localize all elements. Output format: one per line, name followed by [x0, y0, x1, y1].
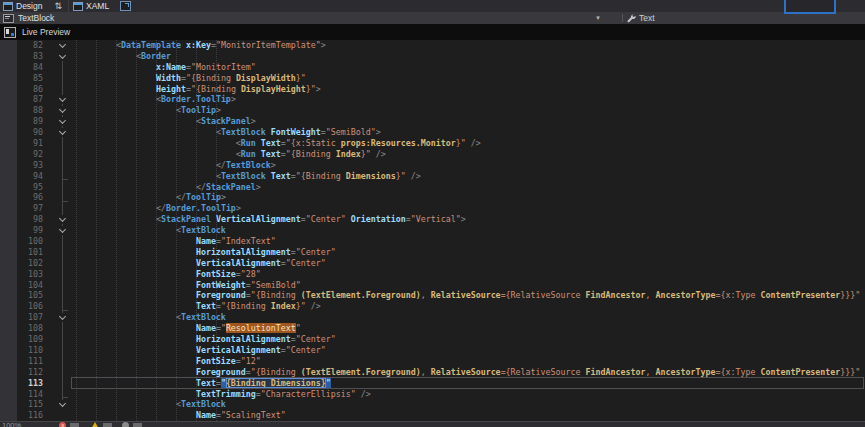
fold-column [43, 62, 76, 73]
code-editor[interactable]: 82 <DataTemplate x:Key="MonitorItemTempl… [0, 40, 865, 421]
code-line[interactable]: 109 HorizontalAlignment="Center" [0, 334, 865, 345]
code-line[interactable]: 94 <TextBlock Text="{Binding Dimensions}… [0, 171, 865, 182]
line-number: 82 [0, 40, 43, 51]
code-text: </StackPanel> [76, 182, 865, 193]
text-tool-indicator[interactable]: Text [627, 12, 655, 24]
code-line[interactable]: 83 <Border [0, 51, 865, 62]
code-line[interactable]: 107 <TextBlock [0, 312, 865, 323]
fold-column [43, 301, 76, 312]
live-preview-bar[interactable]: Live Preview [0, 24, 865, 40]
popout-icon[interactable] [120, 1, 131, 11]
message-icon[interactable] [122, 422, 129, 427]
line-number: 99 [0, 225, 43, 236]
code-line[interactable]: 100 Name="IndexText" [0, 236, 865, 247]
code-line[interactable]: 113 Text="{Binding Dimensions}" [0, 378, 865, 389]
breadcrumb-bar: TextBlock ▾ Text [0, 12, 865, 24]
code-text: VerticalAlignment="Center" [76, 258, 865, 269]
fold-region-end-tick [62, 201, 68, 202]
code-text: Width="{Binding DisplayWidth}" [76, 73, 865, 84]
code-text: <Run Text="{Binding Index}" /> [76, 149, 865, 160]
code-text: Name="ResolutionText" [76, 323, 865, 334]
fold-chevron-icon[interactable] [43, 116, 76, 127]
code-line[interactable]: 114 TextTrimming="CharacterEllipsis" /> [0, 389, 865, 400]
fold-chevron-icon[interactable] [43, 399, 76, 410]
zoom-level[interactable]: 100% [2, 422, 21, 427]
tab-design[interactable]: Design [0, 0, 48, 12]
code-line[interactable]: 89 <StackPanel> [0, 116, 865, 127]
code-line[interactable]: 111 FontSize="12" [0, 356, 865, 367]
fold-chevron-icon[interactable] [43, 225, 76, 236]
code-line[interactable]: 106 Text="{Binding Index}" /> [0, 301, 865, 312]
code-line[interactable]: 115 <TextBlock [0, 399, 865, 410]
tab-xaml[interactable]: XAML [68, 0, 135, 12]
xaml-editor-pane: Design ⇅ XAML TextBlock ▾ Text Liv [0, 0, 865, 427]
code-line[interactable]: 84 x:Name="MonitorItem" [0, 62, 865, 73]
live-preview-icon [4, 27, 16, 38]
code-line[interactable]: 95 </StackPanel> [0, 182, 865, 193]
code-line[interactable]: 112 Foreground="{Binding (TextElement.Fo… [0, 367, 865, 378]
code-line[interactable]: 90 <TextBlock FontWeight="SemiBold"> [0, 127, 865, 138]
fold-column [43, 367, 76, 378]
code-line[interactable]: 87 <Border.ToolTip> [0, 94, 865, 105]
fold-chevron-icon[interactable] [43, 312, 76, 323]
line-number: 106 [0, 301, 43, 312]
code-line[interactable]: 85 Width="{Binding DisplayWidth}" [0, 73, 865, 84]
line-number: 93 [0, 160, 43, 171]
fold-region-end-tick [62, 179, 68, 180]
code-line[interactable]: 110 VerticalAlignment="Center" [0, 345, 865, 356]
warning-icon[interactable] [91, 422, 99, 427]
fold-column [43, 280, 76, 291]
code-text: <StackPanel> [76, 116, 865, 127]
swap-panes-button[interactable]: ⇅ [48, 1, 68, 11]
code-text: </Border.ToolTip> [76, 203, 865, 214]
fold-column [43, 182, 76, 193]
textblock-element-icon [3, 14, 14, 23]
code-line[interactable]: 103 FontSize="28" [0, 269, 865, 280]
line-number: 103 [0, 269, 43, 280]
fold-column [43, 389, 76, 400]
breadcrumb-dropdown[interactable]: ▾ [591, 12, 605, 24]
line-number: 101 [0, 247, 43, 258]
fold-chevron-icon[interactable] [43, 51, 76, 62]
fold-chevron-icon[interactable] [43, 105, 76, 116]
line-number: 104 [0, 280, 43, 291]
code-line[interactable]: 116 Name="ScalingText" [0, 410, 865, 421]
code-line[interactable]: 99 <TextBlock [0, 225, 865, 236]
code-line[interactable]: 97 </Border.ToolTip> [0, 203, 865, 214]
code-text: Height="{Binding DisplayHeight}"> [76, 84, 865, 95]
xaml-tab-label: XAML [86, 1, 109, 11]
code-line[interactable]: 93 </TextBlock> [0, 160, 865, 171]
code-line[interactable]: 108 Name="ResolutionText" [0, 323, 865, 334]
design-window-icon [3, 2, 13, 11]
code-line[interactable]: 91 <Run Text="{x:Static props:Resources.… [0, 138, 865, 149]
code-text: HorizontalAlignment="Center" [76, 334, 865, 345]
code-text: <ToolTip> [76, 105, 865, 116]
fold-region-end-tick [62, 397, 68, 398]
code-line[interactable]: 86 Height="{Binding DisplayHeight}"> [0, 84, 865, 95]
fold-column [43, 73, 76, 84]
line-number: 113 [0, 378, 43, 389]
code-line[interactable]: 102 VerticalAlignment="Center" [0, 258, 865, 269]
code-text: Text="{Binding Dimensions}" [76, 378, 865, 389]
line-number: 83 [0, 51, 43, 62]
code-line[interactable]: 101 HorizontalAlignment="Center" [0, 247, 865, 258]
line-number: 85 [0, 73, 43, 84]
code-line[interactable]: 104 FontWeight="SemiBold" [0, 280, 865, 291]
code-line[interactable]: 82 <DataTemplate x:Key="MonitorItemTempl… [0, 40, 865, 51]
breadcrumb-element[interactable]: TextBlock [3, 12, 54, 24]
fold-chevron-icon[interactable] [43, 40, 76, 51]
error-icon[interactable]: x [59, 422, 66, 427]
code-line[interactable]: 98 <StackPanel VerticalAlignment="Center… [0, 214, 865, 225]
code-lines: 82 <DataTemplate x:Key="MonitorItemTempl… [0, 40, 865, 421]
fold-column [43, 269, 76, 280]
fold-column [43, 192, 76, 203]
fold-chevron-icon[interactable] [43, 214, 76, 225]
fold-chevron-icon[interactable] [43, 127, 76, 138]
fold-chevron-icon[interactable] [43, 94, 76, 105]
xaml-window-icon [73, 2, 83, 11]
code-line[interactable]: 96 </ToolTip> [0, 192, 865, 203]
code-line[interactable]: 105 Foreground="{Binding (TextElement.Fo… [0, 290, 865, 301]
code-line[interactable]: 92 <Run Text="{Binding Index}" /> [0, 149, 865, 160]
fold-column [43, 258, 76, 269]
code-line[interactable]: 88 <ToolTip> [0, 105, 865, 116]
